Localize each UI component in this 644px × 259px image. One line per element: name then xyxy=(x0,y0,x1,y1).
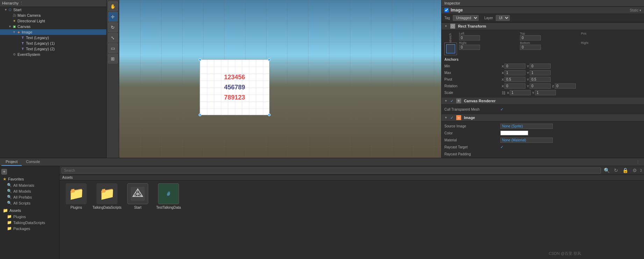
asset-plugins[interactable]: 📁 Plugins xyxy=(62,183,90,209)
canvas-text-line-1: 123456 xyxy=(224,74,245,81)
scale-fields: ⛓ X Y xyxy=(502,90,556,95)
csharp-icon-svg: # xyxy=(162,187,176,201)
arrow-image: ▼ xyxy=(13,30,16,34)
bottom-panel-menu[interactable]: ⋮ xyxy=(633,160,643,164)
rect-transform-section-header[interactable]: ▼ ⬡ Rect Transform xyxy=(442,22,644,30)
hierarchy-item-canvas[interactable]: ▼ ▣ Canvas xyxy=(0,24,106,29)
asset-testTalkingData[interactable]: # TestTalkingData xyxy=(155,183,183,209)
canvas-renderer-section-header[interactable]: ▼ ✓ 👁 Canvas Renderer xyxy=(442,97,644,105)
scene-toolbar: ✋ ✛ ↻ ⤡ ▭ ⊞ xyxy=(107,0,119,158)
scene-viewport[interactable]: 123456 456789 789123 xyxy=(119,0,441,158)
pivot-y-input[interactable] xyxy=(530,77,551,82)
hierarchy-item-text-legacy-1[interactable]: T Text (Legacy) (1) xyxy=(0,40,106,46)
favorites-group: ★ Favorites 🔍 All Materials 🔍 All Models… xyxy=(0,176,59,206)
cull-label: Cull Transparent Mesh xyxy=(444,108,500,111)
refresh-icon[interactable]: ↻ xyxy=(613,167,620,174)
material-value[interactable]: None (Material) xyxy=(500,138,553,143)
project-add-button[interactable]: + xyxy=(1,169,7,175)
anchors-min-row: Min X Y xyxy=(442,63,644,69)
rot-x-field: X xyxy=(502,83,525,89)
move-tool-btn[interactable]: ✛ xyxy=(108,12,118,22)
anchor-handle-tl[interactable] xyxy=(199,58,201,61)
sidebar-all-prefabs[interactable]: 🔍 All Prefabs xyxy=(0,194,59,200)
bottom-input[interactable] xyxy=(520,45,541,50)
favorites-group-header[interactable]: ★ Favorites xyxy=(0,176,59,182)
image-section-header[interactable]: ▼ ✓ ◈ Image xyxy=(442,114,644,121)
image-section-content: Source Image None (Sprite) Color Materia… xyxy=(442,121,644,158)
canvas-widget-content: 123456 456789 789123 xyxy=(200,60,269,115)
top-input[interactable] xyxy=(520,35,541,40)
bottom-content: + ★ Favorites 🔍 All Materials 🔍 All Mode… xyxy=(0,166,644,259)
hierarchy-item-start[interactable]: ▼ ⬡ Start xyxy=(0,7,106,13)
canvas-widget[interactable]: 123456 456789 789123 xyxy=(200,59,270,115)
image-enable-check[interactable]: ✓ xyxy=(450,116,453,120)
layer-label: Layer xyxy=(484,16,493,20)
max-y-input[interactable] xyxy=(530,70,551,75)
sidebar-all-materials[interactable]: 🔍 All Materials xyxy=(0,182,59,188)
stretch-inner xyxy=(446,44,455,53)
asset-talkingdatascripts[interactable]: 📁 TalkingDataScripts xyxy=(93,183,121,209)
right-input[interactable] xyxy=(459,45,480,50)
hierarchy-item-event-system[interactable]: ⚙ EventSystem xyxy=(0,52,106,57)
tab-project[interactable]: Project xyxy=(1,158,22,166)
anchor-handle-br[interactable] xyxy=(268,113,271,116)
left-input[interactable] xyxy=(459,35,480,40)
transform-tool-btn[interactable]: ⊞ xyxy=(108,54,118,64)
hierarchy-item-image[interactable]: ▼ ◈ Image xyxy=(0,29,106,35)
rot-y-input[interactable] xyxy=(530,83,551,89)
source-image-value[interactable]: None (Sprite) xyxy=(500,124,553,129)
label-directional-light: Directional Light xyxy=(17,19,45,23)
min-x-input[interactable] xyxy=(505,64,525,69)
canvas-renderer-enable-check[interactable]: ✓ xyxy=(450,99,453,103)
assets-group-header[interactable]: 📁 Assets xyxy=(0,207,59,214)
rect-transform-content: stretch Left Top xyxy=(442,30,644,97)
pos-top-row: Left Top Pos xyxy=(459,32,641,40)
pivot-x-input[interactable] xyxy=(505,77,525,82)
icon-text-legacy-2: T xyxy=(20,46,25,51)
stretch-pos-row: stretch Left Top xyxy=(442,31,644,56)
icon-canvas: ▣ xyxy=(12,24,17,29)
sidebar-packages[interactable]: 📁 Packages xyxy=(0,225,59,231)
raycast-check[interactable]: ✓ xyxy=(500,145,503,149)
project-search-input[interactable] xyxy=(62,168,601,173)
tab-console[interactable]: Console xyxy=(22,158,44,166)
hierarchy-item-main-camera[interactable]: 🎥 Main Camera xyxy=(0,13,106,18)
cull-check[interactable]: ✓ xyxy=(500,107,503,112)
hierarchy-item-directional-light[interactable]: ☀ Directional Light xyxy=(0,18,106,24)
lock-icon[interactable]: 🔒 xyxy=(621,167,630,174)
rotate-tool-btn[interactable]: ↻ xyxy=(108,22,118,32)
sidebar-all-models[interactable]: 🔍 All Models xyxy=(0,188,59,194)
scale-tool-btn[interactable]: ⤡ xyxy=(108,33,118,43)
hierarchy-menu-btn[interactable]: ⋮ xyxy=(20,1,23,5)
rot-x-axis: X xyxy=(502,84,504,88)
rect-tool-btn[interactable]: ▭ xyxy=(108,43,118,53)
scale-x-input[interactable] xyxy=(510,90,531,95)
assets-label: Assets xyxy=(9,208,21,213)
anchor-handle-tr[interactable] xyxy=(268,58,271,61)
layer-dropdown[interactable]: UI xyxy=(496,15,510,21)
object-active-checkbox[interactable] xyxy=(444,8,449,12)
rot-z-input[interactable] xyxy=(555,83,576,89)
pos-bottom-row: Right Bottom Right xyxy=(459,41,641,50)
min-y-input[interactable] xyxy=(530,64,551,69)
hierarchy-item-text-legacy[interactable]: T Text (Legacy) xyxy=(0,35,106,40)
scale-y-input[interactable] xyxy=(535,90,556,95)
asset-start[interactable]: Start xyxy=(124,183,152,209)
max-y-axis: Y xyxy=(527,71,529,75)
assets-count: 3 xyxy=(640,169,642,172)
max-x-input[interactable] xyxy=(505,70,525,75)
scene-background xyxy=(119,0,441,158)
sidebar-all-scripts[interactable]: 🔍 All Scripts xyxy=(0,200,59,206)
sidebar-plugins[interactable]: 📁 Plugins xyxy=(0,214,59,220)
assets-header-label: Assets xyxy=(62,176,73,179)
color-swatch[interactable] xyxy=(500,131,528,135)
scale-link-icon: ⛓ xyxy=(502,91,506,95)
anchor-handle-bl[interactable] xyxy=(199,113,201,116)
tag-dropdown[interactable]: Untagged xyxy=(453,15,479,21)
hierarchy-item-text-legacy-2[interactable]: T Text (Legacy) (2) xyxy=(0,46,106,52)
rot-x-input[interactable] xyxy=(505,83,525,89)
hand-tool-btn[interactable]: ✋ xyxy=(108,1,118,11)
label-start: Start xyxy=(13,8,21,12)
sidebar-talking-data-scripts[interactable]: 📁 TalkingDataScripts xyxy=(0,220,59,225)
settings-icon[interactable]: ⚙ xyxy=(631,167,638,174)
